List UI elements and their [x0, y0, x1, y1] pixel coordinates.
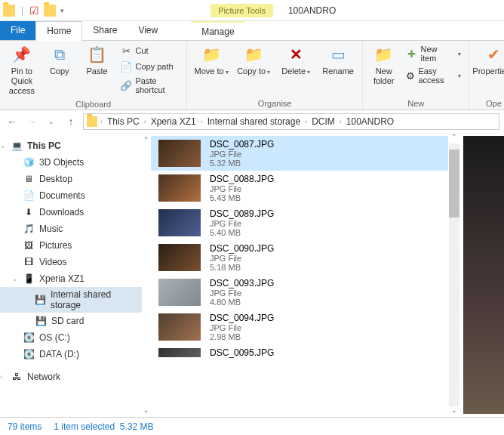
paste-button[interactable]: 📋 Paste [80, 42, 115, 78]
file-item[interactable]: DSC_0087.JPGJPG File5.32 MB [151, 136, 448, 171]
file-type: JPG File [210, 254, 274, 263]
tree-scrollbar[interactable]: ⌃⌄ [142, 133, 151, 417]
easy-access-button[interactable]: ⚙Easy access▾ [403, 66, 464, 85]
copy-to-button[interactable]: 📁 Copy to▾ [234, 42, 273, 78]
file-list-scrollbar[interactable]: ⌃ ⌄ [448, 133, 460, 417]
group-label: Ope [474, 97, 504, 110]
tree-item-label: Music [39, 224, 63, 234]
group-label: Organise [192, 97, 358, 110]
file-item[interactable]: DSC_0090.JPGJPG File5.18 MB [151, 240, 448, 275]
tab-view[interactable]: View [128, 21, 168, 40]
delete-button[interactable]: ✕ Delete▾ [276, 42, 315, 78]
recent-locations-button[interactable]: ⌄ [44, 114, 59, 129]
copy-button[interactable]: ⧉ Copy [42, 42, 77, 78]
file-size: 5.43 MB [210, 193, 274, 202]
cut-button[interactable]: ✂Cut [117, 44, 182, 57]
back-button[interactable]: ← [5, 114, 20, 129]
copy-path-button[interactable]: 📄Copy path [117, 60, 182, 73]
breadcrumb-item[interactable]: DCIM [310, 116, 337, 127]
preview-pane [463, 136, 504, 414]
scroll-up-icon[interactable]: ⌃ [451, 133, 457, 143]
file-item[interactable]: DSC_0095.JPG [151, 344, 448, 361]
file-item[interactable]: DSC_0093.JPGJPG File4.80 MB [151, 275, 448, 310]
scroll-up-icon[interactable]: ⌃ [143, 136, 149, 143]
tree-item[interactable]: 🧊3D Objects [0, 154, 142, 171]
pin-to-quick-access-button[interactable]: 📌 Pin to Quick access [5, 42, 39, 98]
move-to-button[interactable]: 📁 Move to▾ [192, 42, 231, 78]
file-item[interactable]: DSC_0089.JPGJPG File5.40 MB [151, 205, 448, 240]
file-meta: DSC_0094.JPGJPG File2.98 MB [210, 313, 274, 341]
tree-item[interactable]: 🖼Pictures [0, 237, 142, 254]
paste-shortcut-button[interactable]: 🔗Paste shortcut [117, 76, 182, 95]
new-folder-button[interactable]: 📁 New folder [367, 42, 400, 88]
tree-item[interactable]: 🎞Videos [0, 254, 142, 270]
tree-item-label: Xperia XZ1 [39, 273, 85, 284]
tab-home[interactable]: Home [35, 21, 82, 41]
qat-dropdown-icon[interactable]: ▾ [60, 7, 64, 14]
chevron-down-icon: ▾ [307, 69, 310, 76]
main-area: ⌄💻This PC 🧊3D Objects🖥Desktop📄Documents⬇… [0, 133, 504, 417]
scroll-down-icon[interactable]: ⌄ [143, 406, 149, 414]
chevron-down-icon: ▾ [458, 51, 461, 57]
tree-this-pc[interactable]: ⌄💻This PC [0, 137, 142, 154]
address-bar[interactable]: › This PC › Xperia XZ1 › Internal shared… [83, 113, 499, 130]
tree-item[interactable]: 💽OS (C:) [0, 329, 142, 346]
breadcrumb-item[interactable]: 100ANDRO [345, 116, 395, 127]
tab-file[interactable]: File [0, 21, 35, 40]
file-size: 2.98 MB [210, 332, 274, 341]
new-item-button[interactable]: ✚New item▾ [403, 44, 464, 63]
tree-item[interactable]: ⬇Downloads [0, 204, 142, 221]
tree-item[interactable]: 💾SD card [0, 313, 142, 329]
breadcrumb-sep[interactable]: › [144, 118, 146, 125]
file-thumbnail [158, 244, 201, 271]
tree-item-label: Desktop [39, 174, 72, 184]
breadcrumb-item[interactable]: Xperia XZ1 [149, 116, 198, 127]
breadcrumb-sep[interactable]: › [201, 118, 203, 125]
tree-item-label: Pictures [39, 240, 72, 251]
tab-share[interactable]: Share [82, 21, 128, 40]
up-button[interactable]: ↑ [63, 114, 78, 129]
tab-manage[interactable]: Manage [191, 21, 244, 40]
rename-button[interactable]: ▭ Rename [318, 42, 358, 78]
file-type: JPG File [210, 323, 274, 332]
expand-icon[interactable]: › [0, 373, 2, 381]
tree-item[interactable]: 💾Internal shared storage [0, 287, 142, 313]
tree-item[interactable]: 📄Documents [0, 187, 142, 204]
tree-item[interactable]: ⌄📱Xperia XZ1 [0, 270, 142, 287]
qat-newfolder-icon[interactable] [44, 5, 56, 17]
paste-icon: 📋 [87, 44, 108, 65]
expand-icon[interactable]: ⌄ [12, 275, 18, 282]
file-size: 5.32 MB [210, 159, 274, 168]
breadcrumb-item[interactable]: This PC [106, 116, 141, 127]
disk-icon: 💽 [23, 348, 35, 360]
tree-item-label: Documents [39, 190, 85, 201]
location-icon [87, 116, 97, 127]
tree-item[interactable]: 💽DATA (D:) [0, 346, 142, 362]
file-item[interactable]: DSC_0094.JPGJPG File2.98 MB [151, 310, 448, 344]
file-thumbnail [158, 140, 201, 167]
properties-button[interactable]: ✔ Properties▾ [474, 42, 504, 78]
file-type: JPG File [210, 219, 274, 228]
quick-access-toolbar: | ☑ ▾ [0, 5, 67, 17]
scroll-thumb[interactable] [449, 150, 459, 218]
file-name: DSC_0090.JPG [210, 243, 274, 254]
file-size: 5.18 MB [210, 263, 274, 272]
status-item-count: 79 items [8, 421, 41, 432]
paste-shortcut-icon: 🔗 [120, 79, 132, 91]
expand-icon[interactable]: ⌄ [0, 142, 6, 150]
vid-icon: 🎞 [23, 256, 35, 268]
breadcrumb-sep[interactable]: › [305, 118, 307, 125]
tree-item[interactable]: 🎵Music [0, 221, 142, 237]
breadcrumb-item[interactable]: Internal shared storage [206, 116, 302, 127]
tree-item[interactable]: 🖥Desktop [0, 171, 142, 187]
scroll-down-icon[interactable]: ⌄ [451, 406, 457, 417]
move-to-icon: 📁 [201, 44, 222, 65]
qat-properties-icon[interactable]: ☑ [29, 5, 39, 17]
sd-icon: 💾 [35, 315, 47, 327]
tree-network[interactable]: ›🖧Network [0, 369, 142, 385]
breadcrumb-sep[interactable]: › [340, 118, 342, 125]
scroll-track[interactable] [449, 143, 459, 406]
file-thumbnail [158, 279, 201, 306]
file-item[interactable]: DSC_0088.JPGJPG File5.43 MB [151, 171, 448, 205]
breadcrumb-sep[interactable]: › [100, 118, 103, 125]
